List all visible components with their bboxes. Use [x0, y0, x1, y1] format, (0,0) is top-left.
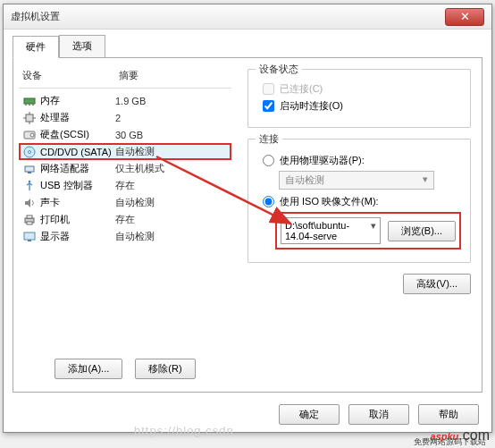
header-summary: 摘要 [119, 69, 228, 82]
header-device: 设备 [22, 69, 119, 82]
cpu-icon [22, 112, 37, 124]
device-name: 网络适配器 [40, 162, 89, 175]
device-summary: 自动检测 [115, 145, 228, 158]
device-buttons: 添加(A)... 移除(R) [19, 350, 231, 385]
printer-icon [22, 214, 37, 226]
svg-rect-15 [25, 166, 34, 172]
cd-icon [22, 146, 37, 158]
device-row-printer[interactable]: 打印机存在 [19, 211, 231, 228]
svg-rect-3 [25, 104, 27, 106]
ok-button[interactable]: 确定 [279, 404, 340, 425]
device-row-cpu[interactable]: 处理器2 [19, 109, 231, 126]
iso-path-row: D:\soft\ubuntu-14.04-serve 浏览(B)... [275, 212, 461, 249]
disk-icon [22, 129, 37, 141]
cancel-button[interactable]: 取消 [348, 404, 409, 425]
net-icon [22, 163, 37, 175]
poweron-checkbox-row[interactable]: 启动时连接(O) [263, 99, 461, 113]
iso-radio[interactable] [263, 196, 274, 207]
device-row-disk[interactable]: 硬盘(SCSI)30 GB [19, 126, 231, 143]
memory-icon [22, 95, 37, 107]
poweron-label: 启动时连接(O) [280, 99, 343, 113]
device-summary: 存在 [115, 179, 228, 192]
connected-checkbox-row: 已连接(C) [263, 82, 461, 96]
sound-icon [22, 197, 37, 209]
logo-sub: 免费网站源码下载站 [414, 436, 486, 448]
device-name: 打印机 [40, 213, 70, 226]
device-row-net[interactable]: 网络适配器仅主机模式 [19, 160, 231, 177]
device-name: 处理器 [40, 111, 70, 124]
usb-icon [22, 180, 37, 192]
svg-point-17 [29, 180, 31, 182]
remove-button[interactable]: 移除(R) [135, 359, 195, 379]
iso-radio-row[interactable]: 使用 ISO 映像文件(M): [263, 195, 461, 208]
svg-rect-20 [27, 216, 32, 218]
device-row-cd[interactable]: CD/DVD (SATA)自动检测 [19, 143, 231, 160]
device-summary: 2 [115, 113, 228, 123]
device-summary: 仅主机模式 [115, 162, 228, 175]
window-title: 虚拟机设置 [11, 10, 445, 23]
physical-drive-select: 自动检测 [279, 171, 434, 190]
poweron-checkbox[interactable] [263, 100, 274, 112]
bottom-bar: 确定 取消 帮助 [4, 396, 491, 432]
tab-panel: 设备 摘要 内存1.9 GB 处理器2 硬盘(SCSI)30 GB CD/DVD… [13, 57, 482, 393]
titlebar: 虚拟机设置 ✕ [4, 4, 491, 30]
iso-path-input[interactable]: D:\soft\ubuntu-14.04-serve [281, 217, 381, 244]
device-list-header: 设备 摘要 [19, 67, 231, 89]
advanced-button[interactable]: 高级(V)... [403, 274, 471, 294]
device-name: 显示器 [40, 230, 70, 243]
device-row-memory[interactable]: 内存1.9 GB [19, 92, 231, 109]
advanced-row: 高级(V)... [248, 274, 471, 294]
device-summary: 自动检测 [115, 196, 228, 209]
device-name: USB 控制器 [40, 179, 93, 192]
connection-group: 连接 使用物理驱动器(P): 自动检测 使用 ISO 映像文件(M): D:\s… [248, 139, 471, 263]
settings-window: 虚拟机设置 ✕ 硬件 选项 设备 摘要 内存1.9 GB 处理器2 硬盘(SCS… [3, 4, 492, 433]
connected-checkbox [263, 83, 274, 95]
device-summary: 存在 [115, 213, 228, 226]
svg-rect-16 [28, 172, 31, 173]
connected-label: 已连接(C) [280, 82, 323, 96]
connection-group-title: 连接 [256, 132, 282, 146]
device-name: 内存 [40, 94, 60, 107]
browse-button[interactable]: 浏览(B)... [388, 221, 456, 241]
svg-point-12 [30, 133, 34, 137]
svg-rect-23 [28, 240, 31, 241]
device-row-sound[interactable]: 声卡自动检测 [19, 194, 231, 211]
status-group-title: 设备状态 [256, 63, 302, 76]
device-summary: 自动检测 [115, 230, 228, 243]
close-button[interactable]: ✕ [445, 8, 484, 26]
device-name: 硬盘(SCSI) [40, 128, 89, 141]
svg-rect-6 [26, 114, 33, 122]
physical-radio-row[interactable]: 使用物理驱动器(P): [263, 154, 461, 167]
tabs: 硬件 选项 [13, 35, 482, 57]
svg-point-14 [29, 150, 31, 153]
svg-marker-18 [25, 199, 30, 207]
device-summary: 1.9 GB [115, 96, 228, 106]
device-row-usb[interactable]: USB 控制器存在 [19, 177, 231, 194]
physical-radio[interactable] [263, 155, 274, 166]
display-icon [22, 231, 37, 243]
watermark-text: https://blog.csdn [134, 424, 234, 437]
left-panel: 设备 摘要 内存1.9 GB 处理器2 硬盘(SCSI)30 GB CD/DVD… [13, 60, 237, 392]
physical-label: 使用物理驱动器(P): [280, 154, 365, 167]
device-name: 声卡 [40, 196, 60, 209]
svg-rect-2 [24, 98, 35, 104]
device-row-display[interactable]: 显示器自动检测 [19, 228, 231, 245]
svg-rect-4 [29, 104, 30, 106]
status-group: 设备状态 已连接(C) 启动时连接(O) [248, 69, 471, 128]
device-list: 内存1.9 GB 处理器2 硬盘(SCSI)30 GB CD/DVD (SATA… [19, 92, 231, 245]
tab-hardware[interactable]: 硬件 [13, 36, 59, 58]
device-summary: 30 GB [115, 130, 228, 140]
right-panel: 设备状态 已连接(C) 启动时连接(O) 连接 使用物理驱动器(P): [237, 60, 482, 392]
svg-rect-22 [24, 232, 35, 240]
content-area: 硬件 选项 设备 摘要 内存1.9 GB 处理器2 硬盘(SCSI)30 GB … [4, 30, 491, 396]
add-button[interactable]: 添加(A)... [55, 359, 122, 379]
svg-rect-21 [27, 222, 32, 224]
tab-options[interactable]: 选项 [59, 35, 105, 57]
iso-label: 使用 ISO 映像文件(M): [280, 195, 379, 208]
device-name: CD/DVD (SATA) [40, 147, 112, 157]
svg-rect-5 [32, 104, 34, 106]
